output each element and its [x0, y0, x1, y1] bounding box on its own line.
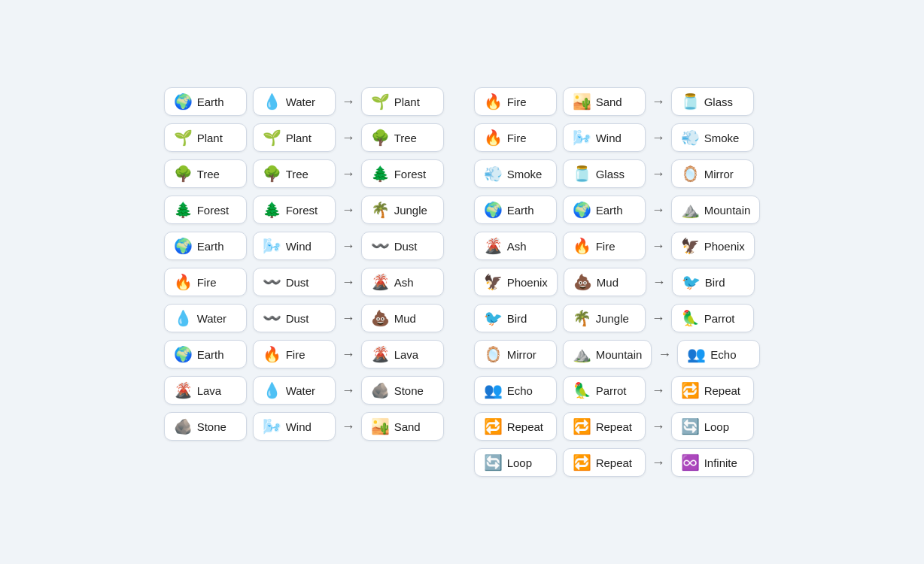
- element-badge-a: 🔥Fire: [474, 87, 557, 116]
- element-badge-a: 🔥Fire: [474, 123, 557, 152]
- element-emoji: 🌍: [573, 202, 591, 217]
- element-label: Ash: [507, 240, 527, 253]
- element-emoji: 🔁: [573, 455, 591, 470]
- element-badge-a: 🌍Earth: [164, 87, 247, 116]
- element-emoji: 🦜: [573, 383, 591, 398]
- element-emoji: 💧: [263, 94, 281, 109]
- element-badge-result: 🌲Forest: [361, 159, 444, 188]
- element-badge-a: 🌍Earth: [474, 196, 557, 224]
- element-badge-result: 💩Mud: [361, 304, 444, 332]
- recipe-row: 🐦Bird🌴Jungle→🦜Parrot: [474, 304, 761, 332]
- element-emoji: 〰️: [371, 238, 390, 253]
- element-emoji: 💧: [263, 383, 281, 398]
- right-panel: 🔥Fire🏜️Sand→🫙Glass🔥Fire🌬️Wind→💨Smoke💨Smo…: [474, 87, 761, 477]
- element-emoji: 🏜️: [371, 419, 390, 434]
- element-badge-b: 🫙Glass: [563, 159, 646, 188]
- element-emoji: 🌴: [573, 311, 591, 326]
- element-badge-result: 🔄Loop: [671, 412, 754, 441]
- recipe-row: 🌱Plant🌱Plant→🌳Tree: [164, 123, 444, 152]
- arrow-icon: →: [652, 130, 665, 146]
- recipe-row: 🔥Fire🌬️Wind→💨Smoke: [474, 123, 761, 152]
- element-emoji: ⛰️: [573, 347, 591, 362]
- element-badge-result: 🌋Ash: [361, 268, 444, 296]
- element-label: Dust: [286, 312, 309, 325]
- element-badge-a: 🌱Plant: [164, 123, 247, 152]
- element-emoji: 🔁: [681, 383, 700, 398]
- element-badge-b: 🌱Plant: [253, 123, 336, 152]
- element-badge-result: 🌱Plant: [361, 87, 444, 116]
- element-label: Mud: [597, 276, 619, 289]
- element-badge-b: 🔥Fire: [563, 232, 646, 260]
- element-emoji: 👥: [687, 347, 706, 362]
- arrow-icon: →: [652, 202, 665, 218]
- element-label: Wind: [286, 240, 312, 253]
- element-label: Smoke: [704, 132, 740, 144]
- element-badge-b: 🌬️Wind: [253, 232, 336, 260]
- element-emoji: 💩: [573, 274, 592, 290]
- element-label: Forest: [394, 168, 427, 180]
- element-label: Forest: [197, 204, 229, 217]
- element-label: Tree: [394, 132, 417, 144]
- element-label: Mud: [394, 312, 416, 325]
- element-emoji: 💨: [484, 166, 503, 181]
- element-badge-b: 〰️Dust: [253, 268, 336, 296]
- element-badge-result: 🦜Parrot: [671, 304, 754, 332]
- element-emoji: 🌱: [174, 130, 193, 145]
- element-badge-b: 🌴Jungle: [563, 304, 646, 332]
- recipe-row: 💧Water〰️Dust→💩Mud: [164, 304, 444, 332]
- element-label: Bird: [705, 276, 725, 289]
- element-emoji: 🪨: [174, 419, 193, 434]
- recipe-row: 🔁Repeat🔁Repeat→🔄Loop: [474, 412, 761, 441]
- element-emoji: 🌲: [371, 166, 390, 181]
- arrow-icon: →: [342, 274, 355, 290]
- element-label: Water: [286, 96, 315, 108]
- element-badge-b: 🔁Repeat: [563, 448, 646, 477]
- arrow-icon: →: [652, 383, 665, 399]
- element-badge-b: 〰️Dust: [253, 304, 336, 332]
- arrow-icon: →: [652, 94, 665, 110]
- recipe-row: 🌍Earth🌍Earth→⛰️Mountain: [474, 196, 761, 224]
- element-emoji: 👥: [484, 383, 503, 398]
- element-label: Parrot: [596, 384, 627, 397]
- element-badge-a: 🔄Loop: [474, 448, 557, 477]
- element-emoji: 🔥: [573, 238, 591, 253]
- element-label: Forest: [286, 204, 318, 217]
- element-badge-b: ⛰️Mountain: [563, 340, 652, 368]
- element-label: Tree: [197, 168, 220, 180]
- element-badge-a: 🌲Forest: [164, 196, 247, 224]
- element-label: Glass: [596, 168, 625, 180]
- arrow-icon: →: [652, 238, 665, 254]
- element-emoji: 🌋: [484, 238, 503, 253]
- element-emoji: 🌍: [174, 347, 193, 362]
- element-label: Parrot: [704, 312, 735, 325]
- element-emoji: 🐦: [682, 274, 701, 290]
- arrow-icon: →: [342, 419, 355, 435]
- recipe-row: 🌍Earth💧Water→🌱Plant: [164, 87, 444, 116]
- element-emoji: 🌍: [174, 94, 193, 109]
- element-badge-result: 👥Echo: [677, 340, 760, 368]
- element-badge-b: 🌍Earth: [563, 196, 646, 224]
- element-emoji: 🦅: [681, 238, 700, 253]
- element-badge-b: 🏜️Sand: [563, 87, 646, 116]
- element-emoji: ⛰️: [681, 202, 700, 217]
- element-label: Wind: [286, 420, 312, 433]
- arrow-icon: →: [652, 274, 666, 290]
- element-emoji: 🌱: [371, 94, 390, 109]
- element-emoji: 🌬️: [573, 130, 591, 145]
- element-label: Repeat: [507, 420, 543, 433]
- element-badge-result: 🫙Glass: [671, 87, 754, 116]
- element-badge-result: 🌴Jungle: [361, 196, 444, 224]
- element-label: Dust: [286, 276, 309, 289]
- element-badge-result: ♾️Infinite: [671, 448, 754, 477]
- element-label: Repeat: [596, 420, 632, 433]
- element-label: Plant: [286, 132, 312, 144]
- recipe-row: 🌋Lava💧Water→🪨Stone: [164, 376, 444, 405]
- recipe-row: 🪞Mirror⛰️Mountain→👥Echo: [474, 340, 761, 368]
- arrow-icon: →: [658, 347, 671, 362]
- recipe-row: 🪨Stone🌬️Wind→🏜️Sand: [164, 412, 444, 441]
- element-emoji: 🔄: [484, 455, 503, 470]
- element-badge-a: 🌍Earth: [164, 340, 247, 368]
- element-label: Earth: [197, 240, 224, 253]
- element-emoji: 🌍: [174, 238, 193, 253]
- element-label: Water: [286, 384, 315, 397]
